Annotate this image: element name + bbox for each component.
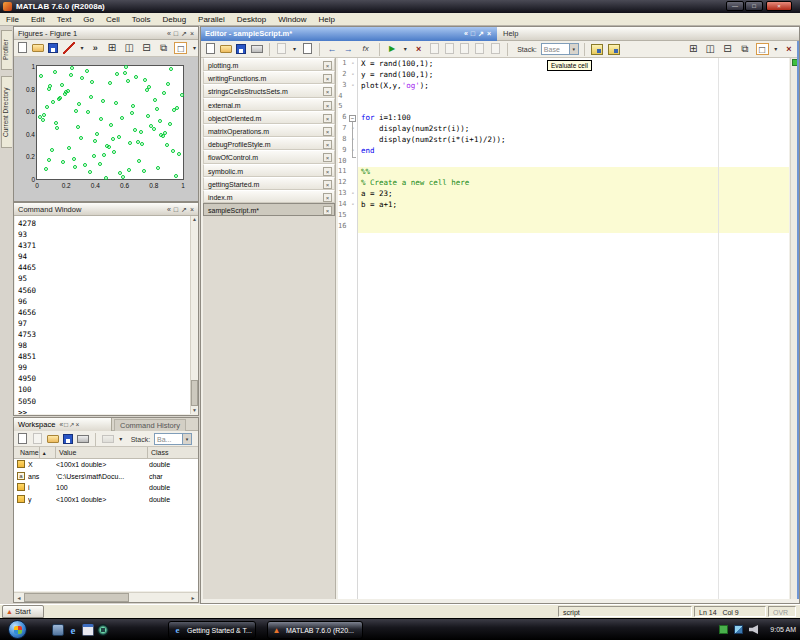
workspace-row-X[interactable]: X<100x1 double>double — [14, 459, 198, 471]
restore-icon[interactable]: □ — [173, 30, 180, 37]
new-figure-icon[interactable] — [18, 42, 27, 53]
chevron-down-icon[interactable]: ▾ — [182, 434, 191, 444]
code-line[interactable] — [361, 211, 789, 222]
new-variable-icon[interactable] — [18, 433, 27, 444]
code-line[interactable] — [361, 157, 789, 168]
code-editor[interactable]: X = rand(100,1);y = rand(100,1);plot(X,y… — [358, 58, 789, 599]
scroll-down-icon[interactable]: ▼ — [191, 407, 198, 414]
brush-dropdown-icon[interactable]: ▾ — [79, 42, 85, 54]
scroll-right-icon[interactable]: ► — [189, 594, 197, 602]
chevron-down-icon[interactable]: ▾ — [569, 44, 578, 54]
file-tab-writingFunctions-m[interactable]: writingFunctions.m× — [203, 71, 335, 84]
close-file-icon[interactable]: × — [323, 114, 332, 123]
save-figure-icon[interactable] — [48, 43, 58, 53]
menu-item-tools[interactable]: Tools — [126, 13, 157, 26]
tab-profiler[interactable]: Profiler — [1, 30, 12, 70]
minimize-button[interactable]: — — [726, 1, 744, 11]
close-button[interactable]: × — [766, 1, 792, 11]
code-line[interactable]: display(num2str(i*(i+1)/2)); — [361, 135, 789, 146]
scrollbar-thumb[interactable] — [24, 593, 129, 602]
scroll-left-icon[interactable]: ◄ — [15, 594, 23, 602]
run-icon[interactable]: ▶ — [386, 43, 398, 55]
toolbar-overflow-icon[interactable]: » — [89, 42, 101, 54]
forward-icon[interactable]: → — [342, 43, 354, 55]
restore-icon[interactable]: □ — [173, 206, 180, 213]
column-value[interactable]: Value — [56, 447, 148, 459]
close-editor-icon[interactable]: × — [783, 43, 795, 55]
file-tab-gettingStarted-m[interactable]: gettingStarted.m× — [203, 177, 335, 190]
file-tab-matrixOperations-m[interactable]: matrixOperations.m× — [203, 124, 335, 137]
stack-dropdown[interactable]: Ba...▾ — [154, 433, 192, 445]
paste-dropdown-icon[interactable]: ▾ — [291, 43, 297, 55]
step-icon[interactable] — [430, 43, 439, 54]
edit-variable-icon[interactable] — [33, 433, 42, 444]
internet-explorer-icon[interactable]: e — [67, 624, 79, 636]
evaluate-cell-icon[interactable] — [591, 44, 603, 55]
tab-current-directory[interactable]: Current Directory — [1, 76, 12, 148]
code-line[interactable]: for i=1:100 — [361, 113, 789, 124]
print-icon[interactable] — [251, 45, 263, 53]
menu-item-file[interactable]: File — [0, 13, 25, 26]
function-browser-icon[interactable]: fx — [359, 43, 373, 55]
step-out-icon[interactable] — [460, 43, 469, 54]
dock-icon[interactable]: « — [166, 206, 173, 213]
menu-item-go[interactable]: Go — [77, 13, 100, 26]
show-desktop-icon[interactable] — [52, 624, 64, 636]
save-file-icon[interactable] — [236, 44, 246, 54]
command-scrollbar[interactable]: ▲ ▼ — [190, 216, 197, 414]
plot-variable-icon[interactable] — [102, 435, 114, 443]
tile-grid-icon[interactable]: ⊞ — [105, 42, 118, 54]
close-icon[interactable]: × — [189, 206, 196, 213]
tab-workspace[interactable]: Workspace «□↗× — [14, 418, 112, 431]
open-file-icon[interactable] — [220, 45, 232, 53]
matlab-start-button[interactable]: ▲Start — [2, 605, 44, 618]
windows-start-orb[interactable] — [8, 620, 27, 639]
close-file-icon[interactable]: × — [323, 140, 332, 149]
help-titlebar[interactable]: Help — [497, 27, 799, 41]
file-tab-stringsCellsStructsSets-m[interactable]: stringsCellsStructsSets.m× — [203, 84, 335, 97]
menu-item-cell[interactable]: Cell — [100, 13, 126, 26]
file-tab-objectOriented-m[interactable]: objectOriented.m× — [203, 111, 335, 124]
brush-tool-icon[interactable] — [63, 42, 75, 54]
scrollbar-thumb[interactable] — [191, 380, 198, 406]
editor-titlebar[interactable]: Editor - sampleScript.m* «□↗× — [201, 27, 497, 41]
menu-item-edit[interactable]: Edit — [25, 13, 51, 26]
tile-columns-icon[interactable]: ◫ — [123, 42, 136, 54]
figures-titlebar[interactable]: Figures - Figure 1 «□↗× — [14, 27, 198, 40]
file-tab-external-m[interactable]: external.m× — [203, 98, 335, 111]
code-line[interactable]: display(num2str(i)); — [361, 124, 789, 135]
close-file-icon[interactable]: × — [323, 153, 332, 162]
close-file-icon[interactable]: × — [323, 193, 332, 202]
tile-dropdown-icon[interactable]: ▾ — [773, 43, 779, 55]
workspace-hscrollbar[interactable]: ◄ ► — [14, 592, 198, 602]
file-tab-sampleScript-m-[interactable]: sampleScript.m*× — [203, 203, 335, 216]
undock-icon[interactable]: ↗ — [477, 30, 486, 37]
menu-item-text[interactable]: Text — [51, 13, 78, 26]
back-icon[interactable]: ← — [326, 43, 338, 55]
menu-item-desktop[interactable]: Desktop — [231, 13, 272, 26]
menu-item-debug[interactable]: Debug — [157, 13, 193, 26]
code-fold-icon[interactable]: − — [349, 115, 356, 122]
close-icon[interactable]: × — [189, 30, 196, 37]
column-name[interactable]: Name ▲ — [14, 447, 56, 459]
code-line[interactable]: end — [361, 146, 789, 157]
tab-command-history[interactable]: Command History — [114, 419, 186, 431]
file-tab-symbolic-m[interactable]: symbolic.m× — [203, 164, 335, 177]
close-icon[interactable]: × — [76, 421, 81, 428]
scroll-up-icon[interactable]: ▲ — [191, 216, 198, 223]
plot-dropdown-icon[interactable]: ▾ — [118, 433, 124, 445]
workspace-row-i[interactable]: i100double — [14, 482, 198, 494]
open-file-icon[interactable] — [32, 44, 44, 52]
code-line[interactable]: a = 23; — [361, 189, 789, 200]
dock-icon[interactable]: « — [463, 30, 470, 37]
tile-maximize-icon[interactable]: □ — [174, 42, 187, 54]
taskbar-button-2[interactable]: ▲MATLAB 7.6.0 (R20... — [267, 621, 363, 639]
tile-rows-icon[interactable]: ⊟ — [721, 43, 734, 55]
close-file-icon[interactable]: × — [323, 87, 332, 96]
command-window-titlebar[interactable]: Command Window «□↗× — [14, 203, 198, 216]
menu-item-help[interactable]: Help — [313, 13, 341, 26]
breakpoints-icon[interactable] — [491, 43, 500, 54]
column-class[interactable]: Class — [148, 447, 198, 459]
tile-cascade-icon[interactable]: ⧉ — [738, 43, 751, 55]
tile-rows-icon[interactable]: ⊟ — [140, 42, 153, 54]
